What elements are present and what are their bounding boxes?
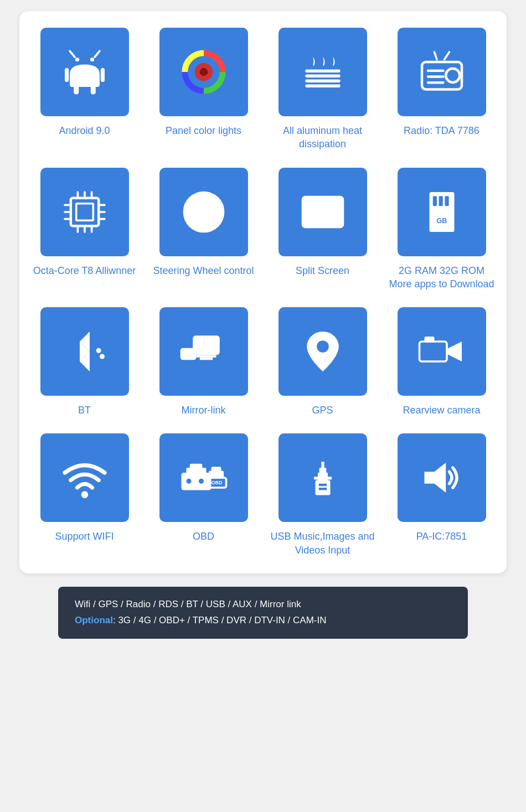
icon-box-android: [40, 28, 129, 116]
footer-line2-text: : 3G / 4G / OBD+ / TPMS / DVR / DTV-IN /…: [113, 615, 327, 625]
footer-line2: Optional: 3G / 4G / OBD+ / TPMS / DVR / …: [75, 613, 451, 629]
svg-rect-74: [326, 477, 332, 480]
svg-point-8: [199, 68, 207, 76]
svg-point-47: [100, 354, 105, 359]
svg-rect-50: [199, 358, 212, 360]
svg-rect-9: [305, 70, 340, 73]
feature-label-rearview: Rearview camera: [403, 404, 480, 417]
feature-label-pa: PA-IC:7851: [416, 530, 467, 543]
svg-point-59: [81, 492, 88, 499]
feature-label-heat: All aluminum heat dissipation: [269, 124, 377, 151]
feature-label-bt: BT: [78, 404, 91, 417]
icon-box-ram: GB: [398, 168, 486, 256]
feature-label-panel-color: Panel color lights: [166, 124, 241, 137]
feature-label-mirror: Mirror-link: [182, 404, 226, 417]
svg-rect-12: [305, 85, 340, 87]
svg-rect-62: [189, 464, 202, 469]
svg-rect-17: [427, 81, 445, 84]
svg-rect-72: [321, 462, 324, 469]
svg-rect-49: [196, 355, 216, 358]
icon-box-mirror: [159, 307, 248, 396]
svg-point-55: [317, 340, 329, 353]
svg-line-4: [70, 51, 75, 57]
svg-rect-39: [308, 204, 318, 219]
icon-box-radio: [398, 28, 486, 116]
svg-point-0: [75, 58, 79, 61]
svg-point-14: [446, 69, 460, 82]
feature-radio: Radio: TDA 7786: [388, 28, 496, 151]
svg-marker-57: [447, 342, 462, 361]
feature-panel-color: Panel color lights: [149, 28, 257, 151]
svg-rect-15: [427, 70, 445, 73]
svg-rect-16: [427, 75, 445, 78]
svg-rect-75: [318, 484, 322, 487]
svg-rect-56: [419, 342, 447, 361]
svg-rect-66: [209, 471, 224, 479]
icon-box-wifi: [40, 433, 129, 522]
feature-mirror: Mirror-link: [149, 307, 257, 417]
icon-box-heat: [279, 28, 367, 116]
svg-rect-19: [76, 203, 93, 220]
svg-rect-44: [445, 196, 448, 206]
feature-rearview: Rearview camera: [388, 307, 496, 417]
feature-label-split-screen: Split Screen: [296, 264, 349, 277]
feature-label-wifi: Support WIFI: [55, 530, 114, 543]
svg-rect-78: [323, 488, 327, 490]
feature-label-octa-core: Octa-Core T8 Alliwnner: [33, 264, 136, 277]
feature-label-radio: Radio: TDA 7786: [404, 124, 479, 137]
feature-label-steering: Steering Wheel control: [153, 264, 254, 277]
svg-rect-58: [424, 337, 434, 343]
feature-android: Android 9.0: [30, 28, 138, 151]
svg-rect-42: [432, 196, 436, 206]
icon-box-bt: [40, 307, 129, 396]
svg-rect-18: [70, 198, 98, 225]
svg-rect-2: [65, 68, 69, 82]
feature-usb: USB Music,Images and Videos Input: [269, 433, 377, 557]
feature-label-usb: USB Music,Images and Videos Input: [269, 530, 377, 557]
svg-rect-43: [439, 196, 442, 206]
feature-steering: Steering Wheel control: [149, 168, 257, 291]
icon-box-obd: OBD: [159, 433, 248, 522]
feature-label-android: Android 9.0: [59, 124, 110, 137]
svg-rect-3: [100, 68, 104, 82]
feature-gps: GPS: [269, 307, 377, 417]
svg-point-1: [90, 58, 94, 61]
feature-ram: GB 2G RAM 32G ROM More apps to Download: [388, 168, 496, 291]
icon-box-usb: [279, 433, 367, 522]
icon-box-pa: [398, 433, 486, 522]
svg-line-5: [95, 51, 100, 57]
icon-box-rearview: [398, 307, 486, 396]
features-grid: Android 9.0 Panel color lights All alumi…: [30, 28, 496, 557]
svg-text:GB: GB: [436, 216, 447, 224]
feature-octa-core: Octa-Core T8 Alliwnner: [30, 168, 138, 291]
feature-label-gps: GPS: [312, 404, 333, 417]
icon-box-steering: [159, 168, 248, 256]
icon-box-panel-color: [159, 28, 248, 116]
feature-split-screen: Split Screen: [269, 168, 377, 291]
feature-wifi: Support WIFI: [30, 433, 138, 557]
feature-bt: BT: [30, 307, 138, 417]
svg-rect-69: [315, 480, 330, 495]
footer-bar: Wifi / GPS / Radio / RDS / BT / USB / AU…: [58, 587, 468, 639]
svg-point-46: [96, 348, 101, 353]
svg-point-64: [199, 479, 204, 484]
feature-heat: All aluminum heat dissipation: [269, 28, 377, 151]
svg-rect-67: [211, 467, 221, 472]
icon-box-octa-core: [40, 168, 129, 256]
main-card: Android 9.0 Panel color lights All alumi…: [19, 11, 507, 573]
svg-rect-77: [318, 488, 322, 490]
svg-text:OBD: OBD: [211, 480, 223, 485]
svg-point-63: [186, 479, 191, 484]
svg-marker-79: [424, 463, 446, 493]
feature-pa: PA-IC:7851: [388, 433, 496, 557]
svg-rect-40: [328, 204, 338, 219]
feature-label-obd: OBD: [193, 530, 214, 543]
icon-box-gps: [279, 307, 367, 396]
svg-rect-76: [323, 484, 327, 487]
svg-rect-11: [305, 80, 340, 82]
svg-rect-73: [313, 477, 319, 480]
feature-label-ram: 2G RAM 32G ROM More apps to Download: [388, 264, 496, 291]
svg-rect-10: [305, 75, 340, 77]
feature-obd: OBD OBD: [149, 433, 257, 557]
footer-line1: Wifi / GPS / Radio / RDS / BT / USB / AU…: [75, 597, 451, 613]
